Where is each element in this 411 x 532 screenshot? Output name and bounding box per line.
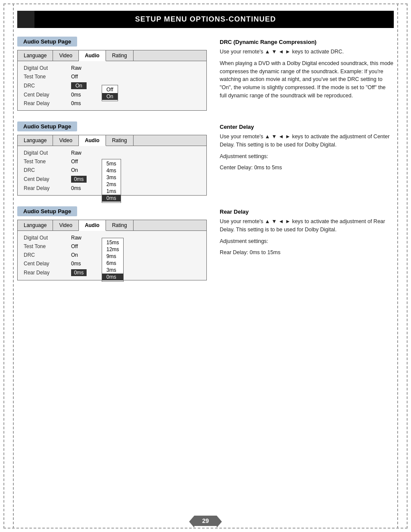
popup-cd-0ms[interactable]: 0ms [102, 195, 121, 202]
desc-rd-p1: Use your remote's ▲ ▼ ◄ ► keys to activa… [220, 218, 394, 234]
header-black-box [17, 11, 34, 28]
value-rear-delay-1: 0ms [71, 100, 101, 106]
row-test-tone-1: Test Tone Off [18, 72, 206, 81]
popup-rd-6ms[interactable]: 6ms [102, 260, 123, 267]
section3-left: Audio Setup Page Language Video Audio Ra… [17, 206, 207, 280]
desc-text-rear-delay: Use your remote's ▲ ▼ ◄ ► keys to activa… [220, 218, 394, 257]
tab-audio-3[interactable]: Audio [79, 220, 106, 231]
label-rear-delay-2: Rear Delay [24, 185, 71, 191]
popup-rd-12ms[interactable]: 12ms [102, 246, 123, 253]
value-drc-1[interactable]: On [71, 82, 87, 89]
label-drc-2: DRC [24, 167, 71, 173]
label-rear-delay-1: Rear Delay [24, 100, 71, 106]
desc-title-drc: DRC (Dynamic Range Compression) [220, 39, 394, 45]
label-cent-delay-3: Cent Delay [24, 261, 71, 267]
section2-right: Center Delay Use your remote's ▲ ▼ ◄ ► k… [220, 121, 394, 196]
popup-cent-delay[interactable]: 5ms 4ms 3ms 2ms 1ms 0ms [102, 159, 121, 203]
popup-rd-9ms[interactable]: 9ms [102, 253, 123, 260]
section1-tabs: Language Video Audio Rating [18, 50, 206, 61]
popup-rd-15ms[interactable]: 15ms [102, 239, 123, 246]
value-rear-delay-3[interactable]: 0ms [71, 269, 87, 276]
tab-video-3[interactable]: Video [53, 220, 78, 230]
desc-drc-p2: When playing a DVD with a Dolby Digital … [220, 59, 394, 100]
label-cent-delay-2: Cent Delay [24, 176, 71, 182]
tab-rating-2[interactable]: Rating [106, 135, 134, 146]
popup-drc-on[interactable]: On [102, 93, 118, 100]
value-drc-3: On [71, 252, 101, 258]
section2-label: Audio Setup Page [17, 121, 77, 131]
desc-title-rear-delay: Rear Delay [220, 208, 394, 215]
label-drc-3: DRC [24, 252, 71, 258]
value-cent-delay-3: 0ms [71, 261, 101, 267]
label-digital-out-3: Digital Out [24, 235, 71, 241]
tab-audio-2[interactable]: Audio [79, 135, 106, 146]
popup-rd-3ms[interactable]: 3ms [102, 267, 123, 274]
label-cent-delay-1: Cent Delay [24, 92, 71, 98]
desc-cd-p2: Adjustment settings: [220, 152, 394, 161]
section3-label: Audio Setup Page [17, 206, 77, 216]
page-number-wrap: 29 [0, 516, 411, 526]
section-drc: Audio Setup Page Language Video Audio Ra… [17, 37, 394, 111]
section2-rows: Digital Out Raw Test Tone Off DRC On Cen… [18, 146, 206, 195]
row-digital-out-1: Digital Out Raw [18, 64, 206, 72]
popup-cd-4ms[interactable]: 4ms [102, 167, 121, 174]
popup-cd-5ms[interactable]: 5ms [102, 160, 121, 167]
label-drc-1: DRC [24, 83, 71, 89]
section3-tabs: Language Video Audio Rating [18, 220, 206, 231]
popup-drc-off[interactable]: Off [102, 86, 118, 93]
tab-video-1[interactable]: Video [53, 50, 78, 61]
popup-cd-1ms[interactable]: 1ms [102, 188, 121, 195]
tab-language-1[interactable]: Language [18, 50, 53, 61]
desc-cd-p3: Center Delay: 0ms to 5ms [220, 164, 394, 172]
desc-title-cent-delay: Center Delay [220, 124, 394, 130]
section3-menu-box: Language Video Audio Rating Digital Out … [17, 220, 207, 280]
value-test-tone-3: Off [71, 243, 101, 249]
section-center-delay: Audio Setup Page Language Video Audio Ra… [17, 121, 394, 196]
desc-rd-p2: Adjustment settings: [220, 237, 394, 246]
section1-label: Audio Setup Page [17, 37, 77, 47]
label-digital-out-2: Digital Out [24, 150, 71, 156]
desc-drc-p1: Use your remote's ▲ ▼ ◄ ► keys to activa… [220, 48, 394, 56]
value-digital-out-2: Raw [71, 150, 101, 156]
page-header: SETUP MENU OPTIONS-CONTINUED [17, 11, 394, 28]
page-content: SETUP MENU OPTIONS-CONTINUED Audio Setup… [4, 4, 407, 528]
desc-text-cent-delay: Use your remote's ▲ ▼ ◄ ► keys to activa… [220, 133, 394, 172]
value-digital-out-3: Raw [71, 235, 101, 241]
section2-menu-box: Language Video Audio Rating Digital Out … [17, 135, 207, 196]
desc-text-drc: Use your remote's ▲ ▼ ◄ ► keys to activa… [220, 48, 394, 100]
section3-rows: Digital Out Raw Test Tone Off DRC On Cen… [18, 231, 206, 280]
popup-rear-delay[interactable]: 15ms 12ms 9ms 6ms 3ms 0ms [102, 238, 124, 282]
label-rear-delay-3: Rear Delay [24, 270, 71, 276]
section1-menu-box: Language Video Audio Rating Digital Out … [17, 50, 207, 111]
tab-audio-1[interactable]: Audio [79, 50, 106, 61]
value-rear-delay-2: 0ms [71, 185, 101, 191]
section2-tabs: Language Video Audio Rating [18, 135, 206, 146]
page-title: SETUP MENU OPTIONS-CONTINUED [135, 15, 276, 23]
value-cent-delay-1: 0ms [71, 92, 101, 98]
label-test-tone-3: Test Tone [24, 243, 71, 249]
section1-right: DRC (Dynamic Range Compression) Use your… [220, 37, 394, 111]
popup-cd-2ms[interactable]: 2ms [102, 181, 121, 188]
tab-rating-1[interactable]: Rating [106, 50, 134, 61]
value-cent-delay-2[interactable]: 0ms [71, 176, 87, 183]
tab-language-2[interactable]: Language [18, 135, 53, 146]
label-test-tone-2: Test Tone [24, 159, 71, 165]
tab-rating-3[interactable]: Rating [106, 220, 134, 230]
label-digital-out-1: Digital Out [24, 65, 71, 71]
tab-video-2[interactable]: Video [53, 135, 78, 146]
label-test-tone-1: Test Tone [24, 74, 71, 80]
section1-rows: Digital Out Raw Test Tone Off DRC On Cen… [18, 61, 206, 110]
value-digital-out-1: Raw [71, 65, 101, 71]
desc-rd-p3: Rear Delay: 0ms to 15ms [220, 249, 394, 257]
page-number: 29 [194, 516, 217, 526]
popup-drc[interactable]: Off On [102, 85, 118, 101]
row-digital-out-2: Digital Out Raw [18, 149, 206, 157]
value-test-tone-1: Off [71, 74, 101, 80]
popup-cd-3ms[interactable]: 3ms [102, 174, 121, 181]
section-rear-delay: Audio Setup Page Language Video Audio Ra… [17, 206, 394, 280]
section3-right: Rear Delay Use your remote's ▲ ▼ ◄ ► key… [220, 206, 394, 280]
tab-language-3[interactable]: Language [18, 220, 53, 230]
popup-rd-0ms[interactable]: 0ms [102, 274, 123, 280]
desc-cd-p1: Use your remote's ▲ ▼ ◄ ► keys to activa… [220, 133, 394, 149]
value-drc-2: On [71, 167, 101, 173]
